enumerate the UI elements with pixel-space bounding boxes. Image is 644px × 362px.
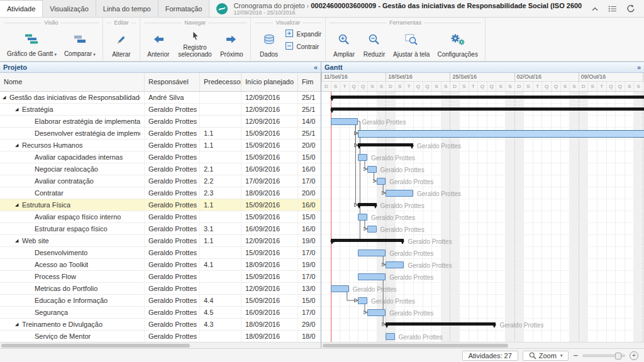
list-view-icon[interactable]	[608, 5, 617, 13]
gantt-task-bar[interactable]	[358, 154, 367, 161]
table-row[interactable]: ◢Web siteGeraldo Prottes1.112/09/201619/…	[0, 235, 321, 247]
table-row[interactable]: ◢Treinamento e DivulgaçãoGeraldo Prottes…	[0, 319, 321, 331]
gantt-task-bar[interactable]	[386, 190, 413, 197]
gantt-summary-bar[interactable]	[331, 107, 644, 111]
table-row[interactable]: Educação e InformaçãoGeraldo Prottes4.41…	[0, 295, 321, 307]
gantt-summary-bar[interactable]	[358, 203, 376, 206]
column-header-predecessores[interactable]: Predecessores	[200, 73, 242, 91]
column-header-fim[interactable]: Fim	[298, 73, 321, 91]
zoom-in-ribbon-button[interactable]: Ampliar	[330, 26, 358, 59]
fit-screen-button[interactable]: Ajustar à tela	[390, 26, 433, 59]
scrollbar-thumb[interactable]	[323, 344, 508, 348]
table-row[interactable]: Negociar realocaçãoGeraldo Prottes2.116/…	[0, 163, 321, 175]
gantt-gridline	[523, 92, 524, 342]
expand-arrow-icon[interactable]: ◢	[15, 238, 22, 243]
gantt-row-line	[321, 246, 644, 247]
expand-arrow-icon[interactable]: ◢	[15, 107, 22, 112]
expand-arrow-icon[interactable]: ◢	[3, 95, 9, 100]
collapse-ribbon-icon[interactable]	[591, 5, 599, 13]
gantt-chart-button[interactable]: Gráfico de Gantt▾	[4, 26, 60, 59]
expand-arrow-icon[interactable]: ◢	[15, 202, 22, 207]
table-row[interactable]: ◢EstratégiaGeraldo Prottes12/09/201625/1	[0, 104, 321, 116]
gantt-gridline	[505, 92, 506, 342]
collapse-left-panel-button[interactable]: «	[314, 63, 318, 71]
table-row[interactable]: Avaliar contrataçãoGeraldo Prottes2.217/…	[0, 175, 321, 187]
table-row[interactable]: ContratarGeraldo Prottes2.318/09/201620/…	[0, 187, 321, 199]
gantt-day-cell: S	[395, 82, 404, 92]
next-button[interactable]: Próximo	[217, 26, 247, 59]
table-row[interactable]: ◢Gestão das iniciativas de Responsabilid…	[0, 92, 321, 104]
tab-formatacao[interactable]: Formatação	[158, 0, 210, 17]
gantt-task-bar[interactable]	[358, 273, 386, 280]
table-row[interactable]: Desenvolver estratégia de implementaçãoG…	[0, 128, 321, 140]
edit-button[interactable]: Alterar	[107, 26, 136, 59]
gantt-row-line	[321, 294, 644, 295]
tab-linha-do-tempo[interactable]: Linha do tempo	[96, 0, 158, 17]
zoom-slider-thumb[interactable]	[615, 353, 621, 359]
gantt-task-bar[interactable]	[331, 285, 349, 292]
collapse-button[interactable]: Contrair	[285, 41, 321, 52]
left-horizontal-scrollbar[interactable]	[0, 342, 321, 348]
gantt-bar-label: Geraldo Prottes	[371, 214, 415, 221]
table-row[interactable]: Estruturar espaço físicoGeraldo Prottes3…	[0, 223, 321, 235]
zoom-slider[interactable]	[582, 354, 625, 357]
gantt-task-bar[interactable]	[367, 166, 377, 173]
zoom-out-button[interactable]: −	[573, 351, 578, 360]
table-row[interactable]: Acesso ao ToolkitGeraldo Prottes4.118/09…	[0, 259, 321, 271]
expand-right-panel-button[interactable]: »	[637, 63, 641, 71]
expand-button[interactable]: Expandir	[285, 29, 321, 39]
cell-inicio-planejado: 15/09/2016	[242, 140, 298, 151]
gantt-task-bar[interactable]	[386, 261, 404, 268]
gantt-task-bar[interactable]	[377, 178, 386, 185]
table-row[interactable]: Elaborar estratégia de implementaçãoGera…	[0, 116, 321, 128]
cell-predecessores	[200, 104, 242, 115]
zoom-select[interactable]: Zoom ▾	[523, 351, 569, 361]
gantt-day-cell: Q	[349, 82, 358, 92]
gantt-summary-bar[interactable]	[331, 239, 404, 242]
gantt-summary-bar[interactable]	[386, 322, 496, 326]
column-header-nome[interactable]: Nome	[0, 73, 145, 91]
data-button[interactable]: Dados	[255, 26, 284, 59]
table-row[interactable]: Avaliar espaço físico internoGeraldo Pro…	[0, 211, 321, 223]
tab-atividade[interactable]: Atividade	[0, 0, 43, 17]
gantt-task-bar[interactable]	[358, 130, 644, 138]
gantt-task-bar[interactable]	[358, 250, 386, 256]
gantt-row-line	[321, 163, 644, 163]
cell-responsavel: Geraldo Prottes	[145, 116, 200, 127]
expand-arrow-icon[interactable]: ◢	[15, 143, 22, 148]
settings-button[interactable]: Configurações	[434, 26, 480, 59]
zoom-out-ribbon-button[interactable]: Reduzir	[360, 26, 389, 59]
column-header-responsavel[interactable]: Responsável	[145, 73, 200, 91]
cell-nome: Serviço de Mentor	[0, 331, 145, 342]
previous-button[interactable]: Anterior	[144, 26, 173, 59]
gantt-task-bar[interactable]	[331, 118, 358, 125]
table-row[interactable]: Metricas do PortfolioGeraldo Prottes12/0…	[0, 283, 321, 295]
gantt-task-bar[interactable]	[358, 214, 367, 221]
table-row[interactable]: ◢Recursos HumanosGeraldo Prottes1.115/09…	[0, 140, 321, 151]
scrollbar-thumb[interactable]	[1, 344, 190, 348]
table-row[interactable]: SegurançaGeraldo Prottes4.516/09/201617/…	[0, 307, 321, 319]
expand-arrow-icon[interactable]: ◢	[15, 322, 22, 327]
tab-visualizacao[interactable]: Visualização	[43, 0, 96, 17]
table-row[interactable]: Serviço de MentorGeraldo Prottes18/09/20…	[0, 331, 321, 342]
cell-fim: 15/0	[298, 151, 321, 163]
table-row[interactable]: DesenvolvimentoGeraldo Prottes15/09/2016…	[0, 247, 321, 259]
table-row[interactable]: Avaliar capacidades internasGeraldo Prot…	[0, 151, 321, 163]
table-row[interactable]: Process FlowGeraldo Prottes15/09/201617/…	[0, 271, 321, 283]
gantt-task-bar[interactable]	[386, 333, 395, 340]
refresh-icon[interactable]	[626, 4, 635, 13]
zoom-in-button[interactable]: +	[630, 351, 638, 360]
cell-fim: 25/1	[298, 104, 321, 115]
cell-predecessores: 2.3	[200, 187, 242, 199]
project-rows: ◢Gestão das iniciativas de Responsabilid…	[0, 92, 321, 342]
table-row[interactable]: ◢Estrutura FísicaGeraldo Prottes1.115/09…	[0, 199, 321, 211]
gantt-horizontal-scrollbar[interactable]	[321, 342, 644, 348]
compare-button[interactable]: Comparar▾	[61, 26, 99, 59]
selected-record-button[interactable]: Registro selecionado	[174, 26, 216, 59]
column-header-inicio[interactable]: Início planejado	[242, 73, 298, 91]
gantt-summary-bar[interactable]	[358, 143, 413, 146]
gantt-summary-bar[interactable]	[331, 96, 644, 99]
gantt-task-bar[interactable]	[358, 297, 367, 304]
gantt-task-bar[interactable]	[367, 226, 377, 233]
gantt-task-bar[interactable]	[367, 309, 386, 316]
